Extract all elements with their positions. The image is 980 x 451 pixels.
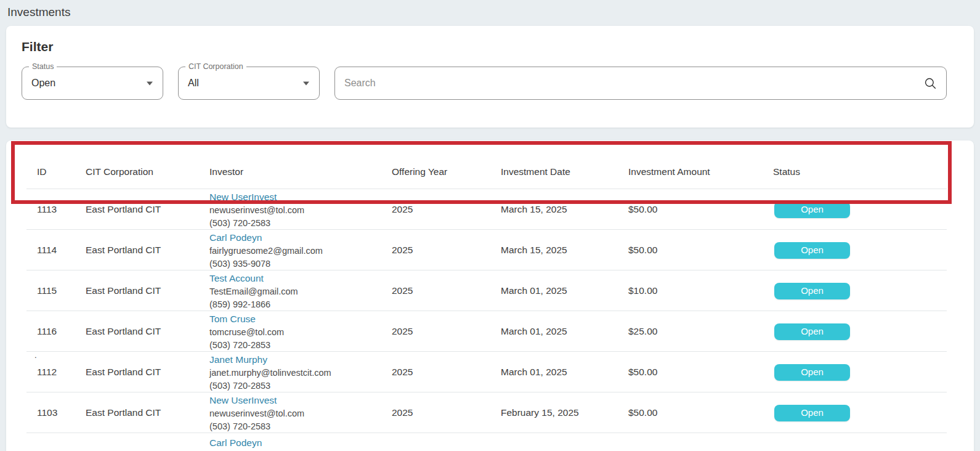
cell-investor: Carl Podeyn — [209, 433, 392, 451]
cell-cit-corporation: East Portland CIT — [86, 366, 209, 378]
cell-status: Open — [773, 242, 947, 259]
investor-link[interactable]: Tom Cruse — [209, 314, 256, 324]
id-value: 1112 — [37, 366, 57, 378]
cell-investor: Test Account TestEmail@gmail.com (859) 9… — [209, 270, 392, 312]
investor-phone: (503) 935-9078 — [209, 258, 392, 271]
search-icon — [923, 76, 937, 91]
cell-id: 1113 — [37, 189, 86, 230]
column-header-investment-date: Investment Date — [501, 166, 628, 178]
status-badge[interactable]: Open — [774, 242, 850, 259]
cell-status: Open — [773, 323, 947, 340]
id-value: 1113 — [37, 203, 57, 216]
cell-id: 1116 — [37, 311, 86, 352]
filter-heading: Filter — [22, 39, 947, 54]
cell-id: . 1112 — [37, 352, 86, 393]
column-header-status: Status — [773, 166, 947, 178]
cell-investment-amount: $25.00 — [628, 325, 773, 338]
investments-table: ID CIT Corporation Investor Offering Yea… — [6, 140, 974, 451]
investor-phone: (503) 720-2583 — [209, 217, 392, 230]
status-badge[interactable]: Open — [774, 283, 850, 299]
id-value: 1116 — [37, 325, 57, 338]
table-row: . 1112 East Portland CIT Janet Murphy ja… — [26, 352, 947, 392]
id-value: 1115 — [37, 285, 57, 297]
cell-investor: Janet Murphy janet.murphy@tolinvestcit.c… — [209, 352, 392, 393]
search-button[interactable] — [922, 75, 938, 91]
search-placeholder: Search — [344, 78, 376, 89]
search-field[interactable]: Search — [334, 67, 947, 100]
investor-phone: (503) 720-2853 — [209, 339, 392, 352]
cit-corporation-select-value: All — [188, 78, 199, 89]
cell-investor: Tom Cruse tomcruse@tol.com (503) 720-285… — [209, 311, 392, 352]
cell-investment-amount: $50.00 — [628, 366, 773, 378]
cell-status: Open — [773, 201, 947, 218]
cell-offering-year: 2025 — [392, 285, 501, 297]
table-body: 1113 East Portland CIT New UserInvest ne… — [6, 189, 974, 433]
cell-cit-corporation: East Portland CIT — [86, 325, 209, 338]
cell-investment-amount: $10.00 — [628, 285, 773, 297]
cell-status: Open — [773, 364, 947, 381]
investor-email: fairlygruesome2@gmail.com — [209, 245, 392, 258]
page-title: Investments — [7, 6, 70, 19]
investor-email: TestEmail@gmail.com — [209, 285, 392, 299]
cell-offering-year: 2025 — [392, 325, 501, 338]
status-badge[interactable]: Open — [774, 364, 850, 381]
investor-phone: (859) 992-1866 — [209, 298, 392, 312]
column-header-investor: Investor — [209, 166, 392, 178]
chevron-down-icon — [147, 82, 153, 86]
filter-controls: Status Open CIT Corporation All Search — [22, 67, 947, 100]
investor-link[interactable]: Janet Murphy — [209, 354, 267, 365]
status-select-label: Status — [29, 62, 57, 71]
status-select-value: Open — [31, 78, 55, 89]
status-badge[interactable]: Open — [774, 405, 850, 421]
cit-corporation-select-label: CIT Corporation — [185, 62, 246, 71]
investor-phone: (503) 720-2853 — [209, 380, 392, 393]
cell-id: 1103 — [37, 392, 86, 434]
cell-investor: New UserInvest newuserinvest@tol.com (50… — [209, 392, 392, 434]
cell-investor: New UserInvest newuserinvest@tol.com (50… — [209, 189, 392, 230]
investor-link[interactable]: Test Account — [209, 273, 264, 283]
cell-investment-date: February 15, 2025 — [501, 407, 628, 419]
column-header-offering-year: Offering Year — [392, 166, 501, 178]
cell-cit-corporation: East Portland CIT — [86, 407, 209, 419]
table-row: 1114 East Portland CIT Carl Podeyn fairl… — [26, 230, 947, 270]
cell-investment-amount: $50.00 — [628, 244, 773, 256]
investor-email: newuserinvest@tol.com — [209, 204, 392, 217]
cell-investor: Carl Podeyn fairlygruesome2@gmail.com (5… — [209, 230, 392, 271]
stray-dot: . — [34, 352, 37, 359]
investor-link[interactable]: Carl Podeyn — [209, 232, 262, 243]
status-select[interactable]: Status Open — [22, 67, 163, 100]
cell-investment-date: March 01, 2025 — [501, 285, 628, 297]
investor-email: janet.murphy@tolinvestcit.com — [209, 367, 392, 380]
id-value: 1103 — [37, 407, 57, 419]
investor-link[interactable]: New UserInvest — [209, 192, 277, 202]
cell-cit-corporation: East Portland CIT — [86, 244, 209, 256]
table-row-partial: Carl Podeyn — [26, 433, 947, 451]
cell-investment-amount: $50.00 — [628, 203, 773, 216]
column-header-cit-corporation: CIT Corporation — [86, 166, 209, 178]
cell-cit-corporation: East Portland CIT — [86, 203, 209, 216]
cell-investment-date: March 01, 2025 — [501, 366, 628, 378]
cell-offering-year: 2025 — [392, 244, 501, 256]
cell-status: Open — [773, 405, 947, 421]
id-value: 1114 — [37, 244, 57, 256]
filter-card: Filter Status Open CIT Corporation All S… — [6, 26, 974, 128]
table-row: 1116 East Portland CIT Tom Cruse tomcrus… — [26, 311, 947, 352]
cell-id: 1114 — [37, 230, 86, 271]
status-badge[interactable]: Open — [774, 323, 850, 340]
cell-id: 1115 — [37, 270, 86, 312]
status-badge[interactable]: Open — [774, 201, 850, 218]
cell-investment-date: March 01, 2025 — [501, 325, 628, 338]
cell-cit-corporation: East Portland CIT — [86, 285, 209, 297]
cell-offering-year: 2025 — [392, 203, 501, 216]
column-header-id: ID — [37, 166, 86, 178]
table-header-row: ID CIT Corporation Investor Offering Yea… — [26, 140, 947, 189]
investor-link[interactable]: Carl Podeyn — [209, 436, 392, 450]
table-row: 1115 East Portland CIT Test Account Test… — [26, 270, 947, 311]
investor-phone: (503) 720-2583 — [209, 420, 392, 434]
chevron-down-icon — [303, 82, 309, 86]
investor-link[interactable]: New UserInvest — [209, 395, 277, 405]
investor-email: newuserinvest@tol.com — [209, 407, 392, 421]
cell-offering-year: 2025 — [392, 366, 501, 378]
cit-corporation-select[interactable]: CIT Corporation All — [178, 67, 320, 100]
cell-investment-date: March 15, 2025 — [501, 244, 628, 256]
